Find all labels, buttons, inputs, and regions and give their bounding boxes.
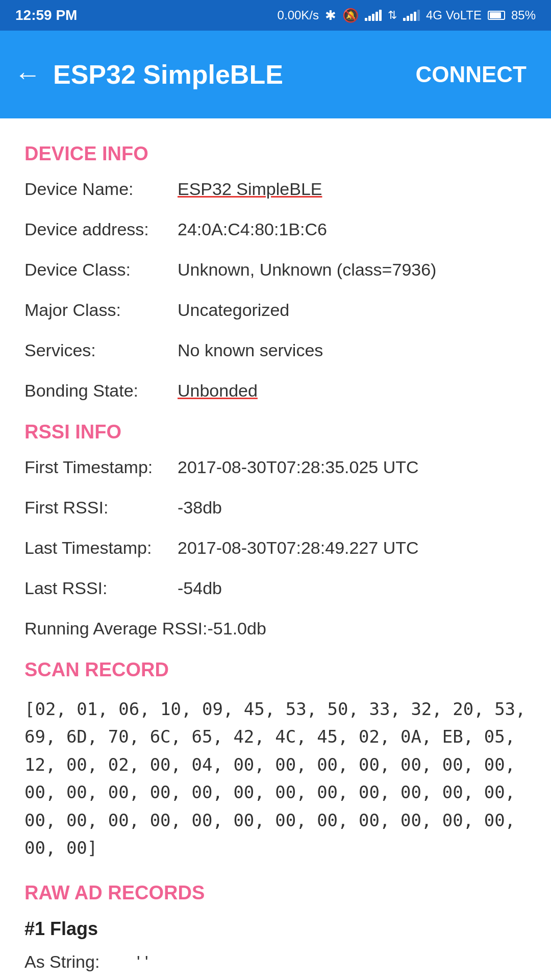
first-rssi-value: -38db xyxy=(178,498,527,518)
mute-icon: 🔕 xyxy=(342,8,359,23)
signal-icon xyxy=(365,10,382,21)
rssi-info-section: RSSI INFO First Timestamp: 2017-08-30T07… xyxy=(24,421,527,639)
device-name-label: Device Name: xyxy=(24,179,178,199)
scan-record-data: [02, 01, 06, 10, 09, 45, 53, 50, 33, 32,… xyxy=(24,695,527,862)
bonding-state-row: Bonding State: Unbonded xyxy=(24,381,527,401)
raw-ad-as-string-row: As String: ' ' xyxy=(24,952,527,972)
running-average-rssi-row: Running Average RSSI: -51.0db xyxy=(24,619,527,639)
carrier-label: 4G VoLTE xyxy=(426,8,482,22)
device-info-section: DEVICE INFO Device Name: ESP32 SimpleBLE… xyxy=(24,143,527,401)
running-average-rssi-value: -51.0db xyxy=(208,619,527,639)
device-address-value: 24:0A:C4:80:1B:C6 xyxy=(178,219,527,239)
services-label: Services: xyxy=(24,340,178,360)
back-button[interactable]: ← xyxy=(14,59,41,90)
scan-record-section: SCAN RECORD [02, 01, 06, 10, 09, 45, 53,… xyxy=(24,659,527,862)
first-timestamp-label: First Timestamp: xyxy=(24,457,178,477)
data-arrows-icon: ⇅ xyxy=(388,9,397,22)
status-time: 12:59 PM xyxy=(15,7,77,23)
last-timestamp-row: Last Timestamp: 2017-08-30T07:28:49.227 … xyxy=(24,538,527,558)
last-rssi-value: -54db xyxy=(178,578,527,598)
running-average-rssi-label: Running Average RSSI: xyxy=(24,619,208,639)
connect-button[interactable]: CONNECT xyxy=(405,57,537,92)
bluetooth-icon: ✱ xyxy=(325,8,336,23)
device-class-value: Unknown, Unknown (class=7936) xyxy=(178,260,527,280)
raw-ad-as-string-value: ' ' xyxy=(137,952,148,972)
app-title: ESP32 SimpleBLE xyxy=(53,59,405,90)
device-class-label: Device Class: xyxy=(24,260,178,280)
first-rssi-row: First RSSI: -38db xyxy=(24,498,527,518)
network-speed: 0.00K/s xyxy=(278,8,319,22)
device-address-row: Device address: 24:0A:C4:80:1B:C6 xyxy=(24,219,527,239)
first-rssi-label: First RSSI: xyxy=(24,498,178,518)
status-right: 0.00K/s ✱ 🔕 ⇅ 4G VoLTE 85% xyxy=(278,8,536,23)
major-class-label: Major Class: xyxy=(24,300,178,320)
major-class-value: Uncategorized xyxy=(178,300,527,320)
scan-record-title: SCAN RECORD xyxy=(24,659,527,681)
last-rssi-row: Last RSSI: -54db xyxy=(24,578,527,598)
raw-ad-records-section: RAW AD RECORDS #1 Flags As String: ' ' A… xyxy=(24,882,527,980)
app-bar: ← ESP32 SimpleBLE CONNECT xyxy=(0,31,551,118)
last-timestamp-value: 2017-08-30T07:28:49.227 UTC xyxy=(178,538,527,558)
device-class-row: Device Class: Unknown, Unknown (class=79… xyxy=(24,260,527,280)
raw-ad-records-title: RAW AD RECORDS xyxy=(24,882,527,904)
services-value: No known services xyxy=(178,340,527,360)
device-address-label: Device address: xyxy=(24,219,178,239)
major-class-row: Major Class: Uncategorized xyxy=(24,300,527,320)
device-name-value: ESP32 SimpleBLE xyxy=(178,179,527,199)
services-row: Services: No known services xyxy=(24,340,527,360)
status-bar: 12:59 PM 0.00K/s ✱ 🔕 ⇅ 4G VoLTE 85% xyxy=(0,0,551,31)
raw-ad-as-string-label: As String: xyxy=(24,952,137,972)
last-rssi-label: Last RSSI: xyxy=(24,578,178,598)
bonding-state-value: Unbonded xyxy=(178,381,527,401)
signal-icon-2 xyxy=(403,10,420,21)
device-name-row: Device Name: ESP32 SimpleBLE xyxy=(24,179,527,199)
rssi-info-title: RSSI INFO xyxy=(24,421,527,443)
battery-percent: 85% xyxy=(511,8,536,22)
bonding-state-label: Bonding State: xyxy=(24,381,178,401)
first-timestamp-row: First Timestamp: 2017-08-30T07:28:35.025… xyxy=(24,457,527,477)
battery-icon xyxy=(488,11,505,20)
last-timestamp-label: Last Timestamp: xyxy=(24,538,178,558)
main-content: DEVICE INFO Device Name: ESP32 SimpleBLE… xyxy=(0,118,551,980)
raw-ad-item-1-title: #1 Flags xyxy=(24,918,527,940)
first-timestamp-value: 2017-08-30T07:28:35.025 UTC xyxy=(178,457,527,477)
device-info-title: DEVICE INFO xyxy=(24,143,527,165)
